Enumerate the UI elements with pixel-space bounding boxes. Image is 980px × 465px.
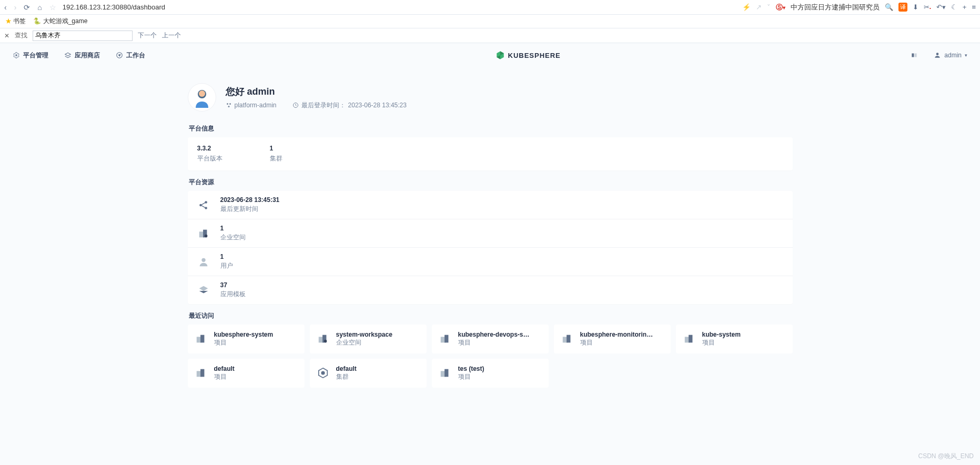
svg-rect-26 [567,335,570,342]
recent-card[interactable]: kubesphere-system项目 [188,325,305,353]
recent-sub: 企业空间 [336,338,392,347]
recent-sub: 项目 [214,338,274,347]
download-icon[interactable]: ⬇ [913,3,918,11]
flash-icon[interactable]: ⚡ [742,3,751,11]
find-label: 查找 [15,31,27,40]
user-icon [196,255,211,269]
recent-title: kubesphere-devops-system [458,331,532,338]
translate-badge[interactable]: 译 [898,3,907,12]
resource-row[interactable]: 1企业空间 [188,219,793,248]
recent-card[interactable]: default项目 [188,359,305,388]
recent-sub: 集群 [336,372,357,381]
user-icon [934,52,941,59]
reload-icon[interactable]: ⟳ [24,3,30,12]
svg-point-16 [204,234,207,237]
resource-val: 37 [220,281,246,289]
nav-appstore[interactable]: 应用商店 [64,51,100,60]
chevron-down-icon[interactable]: ˅ [767,3,771,11]
recent-card[interactable]: kubesphere-monitoring-federat...项目 [554,325,671,353]
svg-point-12 [205,201,207,204]
workspace-icon [317,333,330,346]
resource-lbl: 用户 [220,261,233,270]
scissors-icon[interactable]: ✂• [924,3,931,11]
user-menu[interactable]: admin ▾ [934,52,967,59]
recent-sub: 项目 [702,338,741,347]
svg-point-17 [201,258,205,261]
role-badge: platform-admin [226,101,277,110]
gear-icon [13,52,20,59]
find-input[interactable] [33,31,133,41]
bookmark-item[interactable]: 🐍 大蛇游戏_game [33,17,87,26]
recent-grid: kubesphere-system项目system-workspace企业空间k… [188,325,793,388]
resource-val: 1 [220,225,246,232]
svg-point-11 [199,204,202,206]
role-icon [226,102,232,108]
star-icon[interactable]: ☆ [49,3,56,12]
svg-point-0 [15,54,17,56]
nav-platform[interactable]: 平台管理 [13,51,48,60]
resource-val: 2023-06-28 13:45:31 [220,196,280,204]
close-find-icon[interactable]: ✕ [4,32,9,39]
search-icon[interactable]: 🔍 [885,3,893,11]
chevron-down-icon: ▾ [965,53,967,58]
hello-title: 您好 admin [226,85,407,98]
resource-lbl: 应用模板 [220,290,246,299]
resource-row[interactable]: 2023-06-28 13:45:31最后更新时间 [188,191,793,219]
platform-info-card: 3.3.2 平台版本 1 集群 [188,137,793,170]
resource-val: 1 [220,253,233,260]
svg-rect-30 [200,369,204,377]
undo-icon[interactable]: ↶▾ [936,3,946,11]
logo[interactable]: KUBESPHERE [145,50,911,60]
svg-point-6 [199,90,205,97]
find-prev[interactable]: 上一个 [162,31,181,40]
project-icon [439,367,452,380]
avatar [188,83,216,112]
svg-rect-24 [444,335,448,342]
svg-point-4 [936,53,939,55]
recent-sub: 项目 [458,372,484,381]
resource-row[interactable]: 37应用模板 [188,276,793,304]
version-item: 3.3.2 平台版本 [197,145,223,163]
svg-rect-33 [444,369,448,377]
svg-rect-3 [915,54,917,57]
recent-card[interactable]: kube-system项目 [676,325,793,353]
forward-icon[interactable]: › [14,3,17,12]
nav-workbench[interactable]: 工作台 [116,51,145,60]
resource-row[interactable]: 1用户 [188,248,793,276]
template-icon [196,283,211,298]
home-icon[interactable]: ⌂ [37,3,42,12]
resource-list: 2023-06-28 13:45:31最后更新时间1企业空间1用户37应用模板 [188,191,793,304]
bookmark-bar: ★ 书签 🐍 大蛇游戏_game [0,15,980,28]
recent-card[interactable]: system-workspace企业空间 [310,325,427,353]
back-icon[interactable]: ‹ [4,3,7,12]
recent-sub: 项目 [214,372,235,381]
menu-icon[interactable]: ≡ [972,3,976,11]
recent-title: kube-system [702,331,741,338]
svg-rect-28 [689,335,692,342]
recent-card[interactable]: default集群 [310,359,427,388]
project-icon [439,333,452,346]
recent-card[interactable]: tes (test)项目 [432,359,549,388]
svg-point-9 [228,106,229,107]
section-recent: 最近访问 [189,311,793,320]
news-text[interactable]: 中方回应日方逮捕中国研究员 [791,3,880,12]
recent-card[interactable]: kubesphere-devops-system项目 [432,325,549,353]
bookmark-folder[interactable]: ★ 书签 [5,17,26,26]
plus-icon[interactable]: + [963,3,967,11]
project-icon [683,333,696,346]
cluster-icon [317,367,330,380]
url-text[interactable]: 192.168.123.12:30880/dashboard [63,3,165,11]
share-icon[interactable]: ↗ [756,3,762,11]
recent-sub: 项目 [580,338,654,347]
moon-icon[interactable]: ☾ [951,3,957,11]
project-icon [561,333,574,346]
recent-title: default [336,365,357,372]
find-next[interactable]: 下一个 [138,31,157,40]
project-icon [195,333,208,346]
notification-icon[interactable] [911,52,918,59]
recent-title: tes (test) [458,365,484,372]
sogou-icon[interactable]: Ⓢ▾ [776,3,785,12]
browser-toolbar: ‹ › ⟳ ⌂ ☆ 192.168.123.12:30880/dashboard… [0,0,980,15]
resource-lbl: 最后更新时间 [220,205,280,214]
recent-title: system-workspace [336,331,392,338]
